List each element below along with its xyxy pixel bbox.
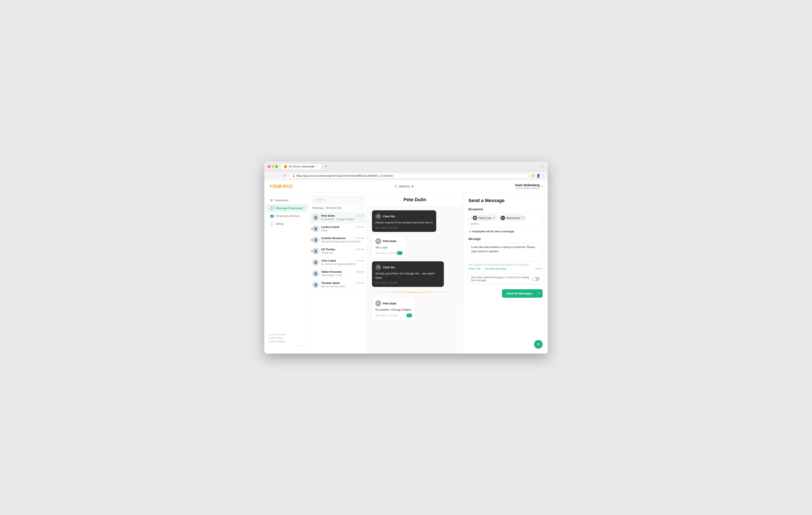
sidebar-item-dashboard[interactable]: ⊞ Dashboard [266, 196, 308, 204]
address-bar[interactable]: 🔒 https://app.yourco.io/messenger/wYwJp1… [289, 173, 529, 179]
close-fab-button[interactable]: ✕ [534, 340, 543, 349]
conv-time: 9:10 AM [356, 260, 364, 262]
conv-name: Abbie Fensome [321, 270, 342, 273]
conv-preview: Attachment: 1 File [321, 274, 364, 277]
version-text: v 11.0.0 [268, 344, 306, 347]
privacy-link[interactable]: Privacy Policy [268, 336, 306, 339]
msg-footer: Wed, Mar 1, 9:02 AM ··· [375, 314, 412, 317]
message-received-2: PD Pete Dulin No problem. Chicago Height… [372, 297, 415, 320]
visibility-toggle[interactable] [532, 277, 540, 281]
close-tab-icon[interactable]: ✕ [317, 165, 318, 168]
avatar: 👤 [312, 281, 319, 288]
org-dropdown-icon: ▾ [412, 185, 413, 188]
pagination-row: Showing 1 - 50 out of 333 ‹ › [310, 205, 367, 212]
conv-info: Collette Novakovic 8:54 AM My pay this w… [321, 237, 364, 243]
recipients-area[interactable]: Field Crew ✕ Warehouse ✕ [468, 213, 543, 227]
recipient-tag-label: Warehouse [506, 216, 520, 220]
org-selector[interactable]: ⚙ DemCo ▾ [394, 184, 413, 189]
warehouse-icon [501, 216, 505, 220]
attach-file-link[interactable]: Attach File [468, 267, 481, 270]
conv-item-gil-tinsley[interactable]: 👤 Gil Tinsley 8:52 AM Thank you. [310, 246, 367, 257]
translate-link[interactable]: Translate Message [485, 267, 506, 270]
profile-icon[interactable]: 👤 [536, 174, 541, 178]
conv-item-lucila-lorand[interactable]: 👤 Lucila Lorand 8:54 AM Okay. [310, 223, 367, 235]
remove-field-crew-btn[interactable]: ✕ [493, 216, 495, 219]
msg-sender-name: Clark Sto [383, 215, 395, 218]
menu-icon[interactable]: ⋮ [542, 174, 545, 178]
msg-footer: Wed, Mar 1, 9:00 AM ··· [375, 251, 402, 255]
conv-preview: Thank you. [321, 251, 364, 254]
header-user: Clark Stoltenberg Yourco Admin • DemCo ▾ [515, 184, 543, 189]
active-tab[interactable]: (3) Yourco | Messenger ✕ [281, 164, 322, 169]
msg-time: Wed, Mar 1, 9:02 AM [375, 314, 397, 317]
maximize-window-btn[interactable] [275, 165, 278, 168]
support-link[interactable]: Contact Support [268, 340, 306, 343]
app-body: ⊞ Dashboard 💬 Message Employees 👥 Employ… [264, 193, 548, 354]
sidebar-label-directory: Employee Directory [276, 214, 300, 218]
extensions-icon[interactable]: ⭐ [531, 174, 535, 178]
msg-footer: Wed, Mar 1, 8:59 AM [375, 226, 433, 229]
conv-item-pete-dulin[interactable]: 👤 Pete Dulin 9:02 AM No problem. Chicago… [310, 212, 367, 223]
conversations-panel: Showing 1 - 50 out of 333 ‹ › 👤 [310, 193, 367, 354]
send-dropdown-button[interactable]: ▾ [537, 289, 543, 298]
pagination-arrows: ‹ › [354, 206, 364, 210]
conv-time: 9:07 AM [356, 282, 364, 284]
conv-info: Lucila Lorand 8:54 AM Okay. [321, 225, 364, 232]
url-text: https://app.yourco.io/messenger/wYwJp1IX… [296, 174, 393, 177]
message-links: Attach File • Translate Message [468, 267, 506, 270]
user-dropdown-icon[interactable]: ▾ [541, 185, 543, 188]
msg-sender-name: Pete Dulin [383, 302, 397, 305]
msg-avatar: PD [375, 300, 381, 306]
window-controls: ▾ [541, 165, 544, 168]
refresh-button[interactable]: ↻ [282, 173, 287, 179]
sidebar-label-dashboard: Dashboard [275, 199, 288, 202]
forward-button[interactable]: → [274, 173, 281, 179]
message-hint: Your signature will automatically be add… [468, 264, 543, 266]
sidebar-item-message-employees[interactable]: 💬 Message Employees [266, 204, 308, 212]
terms-link[interactable]: Terms of Service [268, 333, 306, 336]
sidebar-label-message: Message Employees [276, 207, 303, 210]
msg-action-button[interactable]: ··· [397, 251, 402, 255]
sidebar-item-billing[interactable]: 🧾 Billing [266, 220, 308, 227]
conv-item-thomas-saket[interactable]: 👤 Thomas Saket 9:07 AM We ran out over h… [310, 279, 367, 291]
conv-name: Pete Dulin [321, 214, 335, 217]
message-textarea[interactable] [468, 243, 543, 262]
conv-info: Jose Lopez 9:10 AM Si, eso no es ningún … [321, 259, 364, 266]
field-crew-icon [473, 216, 477, 220]
msg-sender-name: Clark Sto [383, 266, 395, 269]
remove-warehouse-btn[interactable]: ✕ [522, 216, 524, 219]
conv-time: 9:02 AM [356, 215, 364, 217]
main-content: Showing 1 - 50 out of 333 ‹ › 👤 [310, 193, 548, 354]
recipient-tag-label: Field Crew [478, 216, 491, 220]
directory-icon: 👥 [270, 214, 274, 218]
back-button[interactable]: ← [267, 173, 273, 179]
msg-text: Yes, I can. [375, 245, 402, 250]
avatar: 👤 [312, 214, 319, 221]
next-page-btn[interactable]: › [359, 206, 364, 210]
msg-avatar: PD [375, 238, 381, 244]
conv-item-collette-novakovic[interactable]: 👤 Collette Novakovic 8:54 AM My pay this… [310, 235, 367, 246]
msg-avatar: CS [375, 264, 381, 270]
avatar: 👤 [312, 248, 319, 254]
new-tab-button[interactable]: + [323, 164, 328, 169]
msg-actions: ··· [397, 251, 402, 255]
conv-time: 8:54 AM [356, 226, 364, 228]
toggle-thumb [533, 277, 536, 280]
minimize-window-btn[interactable] [271, 165, 274, 168]
add-recipient-input[interactable] [471, 222, 506, 225]
conv-name: Gil Tinsley [321, 248, 335, 251]
conv-name: Collette Novakovic [321, 237, 346, 240]
conv-info: Abbie Fensome 9:08 AM Attachment: 1 File [321, 270, 364, 277]
send-messages-button[interactable]: Send 30 Messages [502, 289, 537, 298]
svg-point-0 [474, 217, 476, 219]
sidebar-item-employee-directory[interactable]: 👥 Employee Directory [266, 212, 308, 220]
close-window-btn[interactable] [268, 165, 270, 168]
msg-text: Please respond if you worked overt time … [375, 220, 433, 225]
conv-time: 8:52 AM [356, 248, 364, 251]
conv-item-abbie-fensome[interactable]: 👤 Abbie Fensome 9:08 AM Attachment: 1 Fi… [310, 268, 367, 279]
msg-action-button[interactable]: ··· [407, 314, 412, 317]
conv-item-jose-lopez[interactable]: 👤 Jose Lopez 9:10 AM Si, eso no es ningú… [310, 257, 367, 268]
prev-page-btn[interactable]: ‹ [354, 206, 359, 210]
search-input[interactable] [312, 196, 364, 203]
browser-titlebar: (3) Yourco | Messenger ✕ + ▾ [264, 161, 548, 171]
